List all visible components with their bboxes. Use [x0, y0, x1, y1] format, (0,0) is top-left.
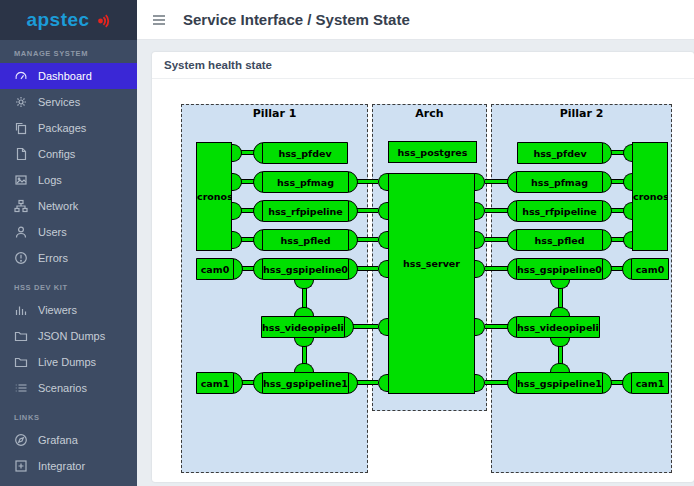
sidebar: apstec MANAGE SYSTEM Dashboard Services …: [0, 0, 137, 486]
port-cap: [508, 172, 517, 192]
port-cap: [348, 201, 357, 221]
folder-icon: [14, 329, 28, 343]
sidebar-item-label: JSON Dumps: [38, 330, 105, 342]
edge-line: [485, 266, 508, 271]
main-area: Service Interface / System State System …: [137, 0, 694, 486]
sidebar-item-integrator[interactable]: Integrator: [0, 453, 137, 479]
sidebar-item-services[interactable]: Services: [0, 89, 137, 115]
edge-line: [485, 237, 508, 242]
sidebar-item-grafana[interactable]: Grafana: [0, 427, 137, 453]
sidebar-item-live-dumps[interactable]: Live Dumps: [0, 349, 137, 375]
card-title: System health state: [152, 52, 694, 79]
apstec-swirl-icon: [93, 11, 111, 29]
node-hss-gspipeline1-pillar2: hss_gspipeline1: [507, 372, 612, 394]
edge-line: [357, 237, 378, 242]
sidebar-item-label: Live Dumps: [38, 356, 96, 368]
sidebar-item-configs[interactable]: Configs: [0, 141, 137, 167]
cluster-title-arch: Arch: [372, 107, 487, 120]
edge-line: [485, 324, 508, 329]
sidebar-item-users[interactable]: Users: [0, 219, 137, 245]
port-cap: [602, 373, 611, 393]
node-hss-server: hss_server: [388, 173, 475, 394]
sidebar-item-label: Errors: [38, 252, 68, 264]
port-cap: [254, 373, 263, 393]
port-cap: [254, 259, 263, 279]
sidebar-item-label: Viewers: [38, 304, 77, 316]
hamburger-icon[interactable]: [151, 12, 167, 28]
sidebar-item-json-dumps[interactable]: JSON Dumps: [0, 323, 137, 349]
node-cronos-pillar2: cronos: [632, 142, 668, 251]
port-cap: [348, 259, 357, 279]
sidebar-item-logs[interactable]: Logs: [0, 167, 137, 193]
sidebar-item-viewers[interactable]: Viewers: [0, 297, 137, 323]
sidebar-item-dashboard[interactable]: Dashboard: [0, 63, 137, 89]
list-icon: [14, 381, 28, 395]
sidebar-item-network[interactable]: Network: [0, 193, 137, 219]
port-cap: [508, 373, 517, 393]
edge-line: [353, 324, 378, 329]
user-icon: [14, 225, 28, 239]
edge-port: [550, 307, 570, 316]
node-hss-pfmag-pillar1: hss_pfmag: [253, 171, 358, 193]
node-hss-gspipeline1-pillar1: hss_gspipeline1: [253, 372, 358, 394]
sidebar-item-packages[interactable]: Packages: [0, 115, 137, 141]
edge-port: [294, 307, 314, 316]
sidebar-item-label: Packages: [38, 122, 86, 134]
port-cap: [602, 259, 611, 279]
cluster-title-pillar1: Pillar 1: [181, 107, 368, 120]
node-cam0-pillar2: cam0: [622, 258, 669, 280]
port-cap: [348, 230, 357, 250]
sidebar-item-scenarios[interactable]: Scenarios: [0, 375, 137, 401]
folder-icon: [14, 355, 28, 369]
brand-logo[interactable]: apstec: [0, 0, 137, 40]
edge-line: [357, 380, 378, 385]
edge-line: [357, 179, 378, 184]
cluster-title-pillar2: Pillar 2: [491, 107, 672, 120]
node-hss-pfdev-pillar2: hss_pfdev: [517, 142, 612, 164]
copy-icon: [14, 121, 28, 135]
image-icon: [14, 173, 28, 187]
gear-icon: [14, 95, 28, 109]
sidebar-item-label: Logs: [38, 174, 62, 186]
sitemap-icon: [14, 199, 28, 213]
sidebar-item-label: Services: [38, 96, 80, 108]
port-cap: [602, 143, 611, 163]
sidebar-item-label: Grafana: [38, 434, 78, 446]
sidebar-item-label: Dashboard: [38, 70, 92, 82]
port-cap: [508, 259, 517, 279]
system-health-card: System health state Pillar 1 Arch Pillar…: [152, 52, 694, 482]
port-cap: [233, 373, 242, 393]
node-hss-pfmag-pillar2: hss_pfmag: [507, 171, 612, 193]
port-cap: [623, 259, 632, 279]
node-hss-videopipeline-pillar2: hss_videopipeline: [507, 316, 600, 338]
port-cap: [233, 259, 242, 279]
file-icon: [14, 147, 28, 161]
port-cap: [508, 317, 517, 337]
node-hss-gspipeline0-pillar2: hss_gspipeline0: [507, 258, 612, 280]
section-label-hss-dev-kit: HSS DEV KIT: [0, 271, 137, 297]
node-cam1-pillar1: cam1: [196, 372, 243, 394]
alert-circle-icon: [14, 251, 28, 265]
system-state-diagram: Pillar 1 Arch Pillar 2: [160, 96, 694, 478]
sidebar-item-label: Integrator: [38, 460, 85, 472]
edge-line: [357, 208, 378, 213]
bar-chart-icon: [14, 303, 28, 317]
sidebar-item-label: Scenarios: [38, 382, 87, 394]
node-hss-pfled-pillar2: hss_pfled: [507, 229, 612, 251]
node-hss-rfpipeline-pillar1: hss_rfpipeline: [253, 200, 358, 222]
node-cam0-pillar1: cam0: [196, 258, 243, 280]
port-cap: [344, 317, 353, 337]
node-cam1-pillar2: cam1: [622, 372, 669, 394]
edge-line: [357, 266, 378, 271]
section-label-manage-system: MANAGE SYSTEM: [0, 40, 137, 63]
compass-icon: [14, 433, 28, 447]
edge-port: [550, 363, 570, 372]
port-cap: [602, 172, 611, 192]
plus-square-icon: [14, 459, 28, 473]
node-hss-videopipeline-pillar1: hss_videopipeline: [261, 316, 354, 338]
edge-port: [294, 363, 314, 372]
edge-line: [485, 380, 508, 385]
sidebar-item-errors[interactable]: Errors: [0, 245, 137, 271]
page-title: Service Interface / System State: [183, 11, 410, 28]
port-cap: [602, 201, 611, 221]
